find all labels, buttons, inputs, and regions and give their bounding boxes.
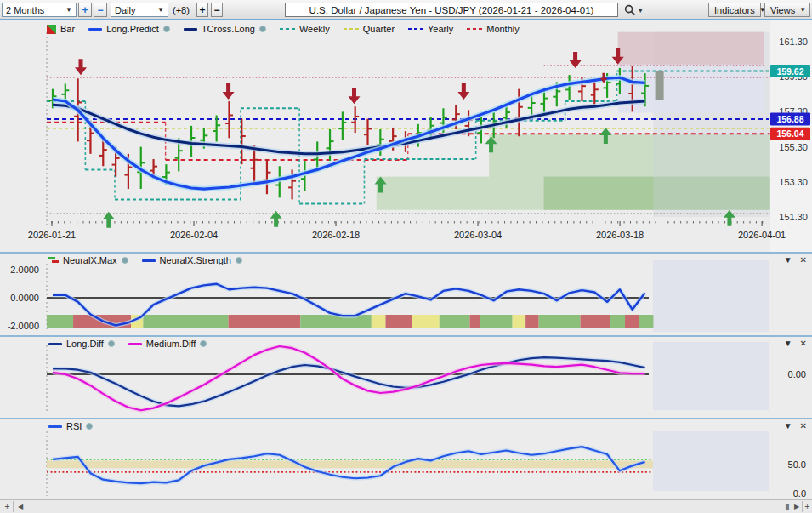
svg-text:161.30: 161.30 <box>779 37 808 47</box>
range-zoom-in-button[interactable]: + <box>78 3 92 17</box>
views-button[interactable]: Views ▼ <box>764 3 810 17</box>
legend-item-neuralx-strength[interactable]: NeuralX.Strength <box>142 255 242 265</box>
bar-series-icon <box>47 25 56 34</box>
minus-icon: − <box>213 4 219 16</box>
horizontal-scrollbar: + ◀ ▮ ▶ + <box>0 499 812 513</box>
diff-panel-controls: ▼ ✕ <box>784 339 807 348</box>
arrow-left-icon: ◀ <box>18 503 23 510</box>
x-axis: 2026-01-212026-02-042026-02-182026-03-04… <box>28 221 786 240</box>
search-icon <box>624 4 636 16</box>
legend-item-medium-diff[interactable]: Medium.Diff <box>128 339 207 349</box>
series-settings-dot[interactable] <box>122 257 128 264</box>
neuralx-max-icon <box>48 257 59 265</box>
toolbar: 2 Months ▼ + − Daily ▼ (+8) + − U.S. Dol… <box>0 0 812 20</box>
line-icon <box>88 28 102 31</box>
neuralx-panel-controls: ▼ ✕ <box>784 255 807 265</box>
svg-text:0.0000: 0.0000 <box>10 293 39 303</box>
legend-item-label: Quarter <box>363 24 395 34</box>
svg-text:0.00: 0.00 <box>788 369 806 379</box>
series-settings-dot[interactable] <box>108 340 115 347</box>
scroll-left-button[interactable]: ◀ <box>15 501 26 512</box>
series-settings-dot[interactable] <box>200 340 207 347</box>
panel-close-button[interactable]: ✕ <box>800 255 807 265</box>
svg-text:156.88: 156.88 <box>776 114 803 124</box>
dashed-line-icon <box>280 28 295 30</box>
legend-item-label: TCross.Long <box>202 24 255 34</box>
scroll-right-button[interactable]: ▶ <box>792 501 801 512</box>
zoom-plus-button[interactable]: + <box>802 501 812 512</box>
legend-item-weekly[interactable]: Weekly <box>280 24 330 34</box>
legend-item-yearly[interactable]: Yearly <box>408 24 453 34</box>
chevron-down-icon: ▼ <box>157 6 164 14</box>
legend-item-monthly[interactable]: Monthly <box>467 24 520 34</box>
range-select-value: 2 Months <box>6 5 44 15</box>
sell-arrow-icon <box>349 88 361 104</box>
panel-close-button[interactable]: ✕ <box>800 339 807 348</box>
legend-item-label: RSI <box>66 421 82 431</box>
legend-item-label: Weekly <box>299 24 330 34</box>
legend-item-long-predict[interactable]: Long.Predict <box>88 24 170 34</box>
series-settings-dot[interactable] <box>163 26 170 32</box>
price-chart-legend: BarLong.PredictTCross.LongWeeklyQuarterY… <box>47 24 520 34</box>
line-icon <box>184 28 197 31</box>
views-button-label: Views <box>770 5 795 15</box>
rsi-panel-controls: ▼ ✕ <box>784 421 807 430</box>
trading-app-window: 2 Months ▼ + − Daily ▼ (+8) + − U.S. Dol… <box>0 0 812 513</box>
future-zone <box>653 342 769 410</box>
panel-close-button[interactable]: ✕ <box>800 421 807 430</box>
bars-plus-button[interactable]: + <box>196 3 208 17</box>
legend-item-tcross-long[interactable]: TCross.Long <box>184 24 266 34</box>
diff-panel: 0.00 Long.DiffMedium.Diff ▼ ✕ <box>0 337 812 418</box>
legend-item-quarter[interactable]: Quarter <box>344 24 395 34</box>
rsi-neutral-band <box>47 460 653 468</box>
svg-text:50.0: 50.0 <box>788 459 806 470</box>
buy-arrow-icon <box>270 211 282 227</box>
line-icon <box>48 425 62 428</box>
plus-icon: + <box>82 4 88 16</box>
legend-item-label: Medium.Diff <box>146 339 196 349</box>
legend-item-label: NeuralX.Max <box>63 255 117 265</box>
svg-text:156.04: 156.04 <box>776 128 803 139</box>
svg-text:2026-02-04: 2026-02-04 <box>170 230 218 240</box>
minus-icon: − <box>97 4 103 16</box>
indicators-button[interactable]: Indicators ▼ <box>708 3 761 17</box>
diff-chart: 0.00 <box>0 337 812 418</box>
series-settings-dot[interactable] <box>236 257 242 264</box>
diff-legend: Long.DiffMedium.Diff <box>48 339 207 349</box>
interval-select-value: Daily <box>115 5 135 15</box>
legend-item-neuralx-max[interactable]: NeuralX.Max <box>48 255 128 265</box>
bars-minus-button[interactable]: − <box>211 3 223 17</box>
series-settings-dot[interactable] <box>86 423 93 430</box>
legend-item-label: NeuralX.Strength <box>160 255 231 265</box>
panel-collapse-button[interactable]: ▼ <box>784 255 792 265</box>
indicators-button-label: Indicators <box>714 5 755 15</box>
thumb-icon: ▮ <box>785 502 790 511</box>
sell-arrow-icon <box>457 83 469 100</box>
line-icon <box>48 343 62 345</box>
legend-item-label: Bar <box>60 24 75 34</box>
bars-offset-label: (+8) <box>173 3 190 17</box>
neuralx-panel: 2.00000.0000-2.0000 NeuralX.MaxNeuralX.S… <box>0 254 812 335</box>
legend-item-rsi[interactable]: RSI <box>48 421 93 431</box>
add-chart-button[interactable]: + <box>2 501 14 512</box>
sell-arrow-icon <box>223 83 235 100</box>
legend-item-label: Monthly <box>486 24 520 34</box>
range-zoom-out-button[interactable]: − <box>94 3 107 17</box>
panel-collapse-button[interactable]: ▼ <box>784 421 792 430</box>
svg-text:2026-02-18: 2026-02-18 <box>312 230 360 240</box>
scrollbar-thumb[interactable]: ▮ <box>784 501 791 512</box>
rsi-chart: 50.00.0 <box>0 419 812 499</box>
symbol-search-button[interactable]: ▾ <box>624 3 643 17</box>
svg-text:2026-03-18: 2026-03-18 <box>596 230 644 240</box>
series-settings-dot[interactable] <box>259 26 266 32</box>
interval-select[interactable]: Daily ▼ <box>111 3 168 17</box>
legend-item-bar[interactable]: Bar <box>47 24 75 34</box>
legend-item-label: Long.Diff <box>66 339 104 349</box>
future-zone <box>653 260 769 332</box>
chevron-down-icon: ▾ <box>639 6 643 14</box>
panel-collapse-button[interactable]: ▼ <box>784 339 792 348</box>
legend-item-long-diff[interactable]: Long.Diff <box>48 339 115 349</box>
rsi-panel: 50.00.0 RSI ▼ ✕ <box>0 419 812 499</box>
range-select[interactable]: 2 Months ▼ <box>2 3 77 17</box>
neuralx-legend: NeuralX.MaxNeuralX.Strength <box>48 255 242 265</box>
